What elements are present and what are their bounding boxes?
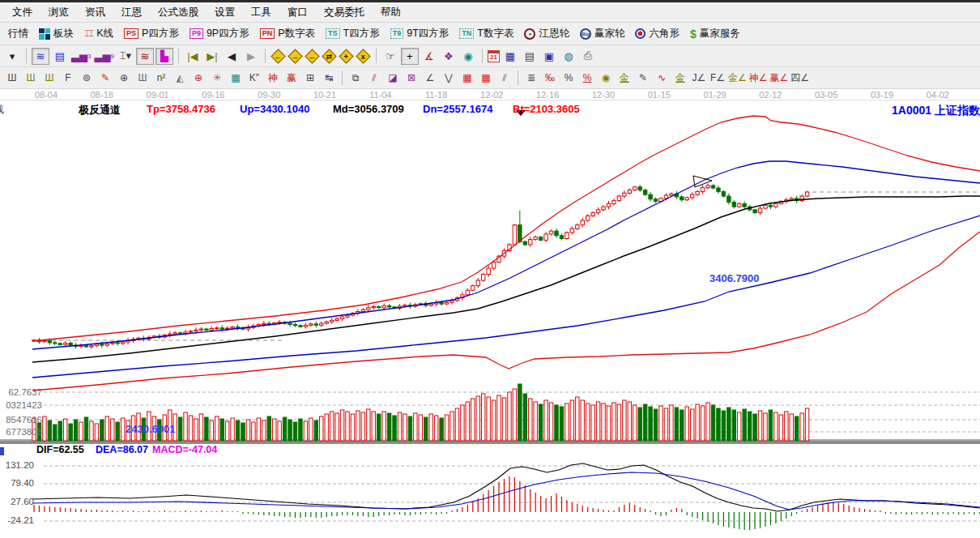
- pencil-icon[interactable]: ✎: [634, 70, 652, 87]
- permille-icon[interactable]: ‰: [541, 70, 559, 87]
- diamond-expand-icon[interactable]: +: [339, 49, 353, 63]
- feature-gann-wheel[interactable]: ●江恩轮: [519, 25, 574, 42]
- toolbar-separator: [178, 49, 179, 63]
- candle-body: [602, 207, 605, 210]
- calculator-icon[interactable]: ▦: [501, 48, 519, 65]
- blue-wave-tool-icon[interactable]: ≋: [32, 48, 49, 65]
- feature-kline[interactable]: ⌶⌶K线: [79, 25, 118, 42]
- percent-line-icon[interactable]: %: [578, 70, 596, 87]
- diamond-swap-icon[interactable]: ⇄: [322, 49, 336, 63]
- volume-profile-icon[interactable]: ▙: [156, 48, 173, 65]
- v-lines-icon[interactable]: ⋁: [440, 70, 458, 87]
- feature-hexagon[interactable]: 六角形: [630, 25, 684, 42]
- time-ruler-icon[interactable]: Ш: [3, 70, 21, 87]
- menu-item-0[interactable]: 文件: [5, 3, 40, 22]
- teal-grid-icon[interactable]: ▦: [227, 70, 245, 87]
- span-arrows-icon[interactable]: ↹: [320, 70, 338, 87]
- first-page-icon[interactable]: |◀: [184, 48, 202, 65]
- chart-3-icon[interactable]: ▃▅3: [70, 48, 92, 65]
- calendar-icon[interactable]: 21: [488, 50, 500, 62]
- grid-123-icon[interactable]: ⊞: [301, 70, 319, 87]
- f-angle-icon[interactable]: F∠: [709, 70, 726, 87]
- circle-cycle-icon[interactable]: ⊕: [115, 70, 133, 87]
- last-page-icon[interactable]: ▶|: [203, 48, 221, 65]
- gann-box-tool-icon[interactable]: ❖: [440, 48, 458, 65]
- feature-sectors[interactable]: 板块: [34, 25, 79, 42]
- menu-item-2[interactable]: 资讯: [78, 3, 113, 22]
- cycle-comb-icon[interactable]: Ш: [134, 70, 151, 87]
- crosshair-tool-icon[interactable]: +: [401, 48, 419, 65]
- shen-angle-icon[interactable]: 神∠: [748, 70, 769, 87]
- feature-p-square[interactable]: PSP四方形: [119, 25, 184, 42]
- purple-fan-box-icon[interactable]: ◪: [384, 70, 402, 87]
- k-mark-icon[interactable]: K″: [245, 70, 263, 87]
- prev-page-icon[interactable]: ◀: [223, 48, 241, 65]
- red-grid-icon[interactable]: ▦: [458, 70, 476, 87]
- date-tick-0: 08-04: [35, 90, 58, 100]
- menu-item-4[interactable]: 公式选股: [151, 3, 206, 22]
- wave-icon[interactable]: ∿: [653, 70, 671, 87]
- chart-9-icon[interactable]: ▃▅9: [93, 48, 114, 65]
- feature-p-table[interactable]: PNP数字表: [255, 25, 320, 42]
- star-burst-icon[interactable]: ✳: [208, 70, 226, 87]
- save-icon[interactable]: ▣: [540, 48, 558, 65]
- fan-box-2-icon[interactable]: ⊠: [403, 70, 420, 87]
- red-grid-arrow-icon[interactable]: ▦: [477, 70, 495, 87]
- ying-angle-icon[interactable]: 赢∠: [769, 70, 790, 87]
- info-list-icon[interactable]: ▤: [51, 48, 69, 65]
- feature-t-table[interactable]: TNT数字表: [454, 25, 518, 42]
- print-icon[interactable]: ⎙: [579, 48, 597, 65]
- menu-item-5[interactable]: 设置: [207, 3, 242, 22]
- j-angle-icon[interactable]: J∠: [690, 70, 708, 87]
- gold-angle-icon[interactable]: 金∠: [727, 70, 748, 87]
- network-icon[interactable]: ◍: [560, 48, 577, 65]
- box-tool-icon[interactable]: ⧉: [347, 70, 364, 87]
- candle-style-icon[interactable]: ⌶▾: [117, 48, 134, 65]
- red-fan-icon[interactable]: ⫽: [365, 70, 383, 87]
- parallel-lines-icon[interactable]: ⫽: [496, 70, 513, 87]
- gold-red-line-icon[interactable]: 金: [671, 70, 689, 87]
- hand-tool-icon[interactable]: ☞: [381, 48, 399, 65]
- main-chart-canvas[interactable]: [0, 89, 980, 538]
- gold-circle-icon[interactable]: ◉: [597, 70, 615, 87]
- red-target-icon[interactable]: ⊕: [190, 70, 207, 87]
- diamond-cross-icon[interactable]: x: [356, 49, 370, 63]
- gold-ruler-icon[interactable]: Ш: [22, 70, 40, 87]
- feature-winner-service[interactable]: $赢家服务: [685, 25, 745, 42]
- menu-item-9[interactable]: 帮助: [373, 3, 408, 22]
- gold-ruler-2-icon[interactable]: Ш: [40, 70, 58, 87]
- diamond-right-icon[interactable]: →: [288, 49, 302, 63]
- feature-t-square[interactable]: TST四方形: [321, 25, 385, 42]
- n-squared-icon[interactable]: n²: [152, 70, 170, 87]
- feature-9t-square[interactable]: T99T四方形: [386, 25, 454, 42]
- shen-ruler-icon[interactable]: 神: [264, 70, 282, 87]
- diamond-left-icon[interactable]: ←: [271, 49, 285, 63]
- menu-item-6[interactable]: 工具: [244, 3, 279, 22]
- candle-body: [623, 193, 626, 196]
- feature-quotes[interactable]: 行情: [3, 25, 33, 42]
- percent-icon[interactable]: %: [560, 70, 577, 87]
- indicator-dropdown-caret[interactable]: ▾: [3, 48, 21, 65]
- spiral-icon[interactable]: ⊚: [78, 70, 96, 87]
- gold-line-icon[interactable]: 金: [616, 70, 633, 87]
- ying-ruler-icon[interactable]: 赢: [283, 70, 300, 87]
- notes-icon[interactable]: ▤: [521, 48, 539, 65]
- angle-lines-icon[interactable]: ∠: [421, 70, 439, 87]
- diamond-hspan-icon[interactable]: ↔: [305, 49, 319, 63]
- volume-bar: [246, 420, 249, 441]
- menu-item-7[interactable]: 窗口: [280, 3, 315, 22]
- angle-measure-icon[interactable]: ∡: [420, 48, 438, 65]
- feature-9p-square[interactable]: P99P四方形: [185, 25, 254, 42]
- menu-item-3[interactable]: 江恩: [114, 3, 149, 22]
- fib-ruler-icon[interactable]: F: [59, 70, 77, 87]
- red-pencil-icon[interactable]: ✎: [96, 70, 114, 87]
- menu-item-1[interactable]: 浏览: [41, 3, 76, 22]
- next-page-icon[interactable]: ▶: [242, 48, 260, 65]
- gann-grid-tool-icon[interactable]: ◉: [459, 48, 477, 65]
- ladder-percent-icon[interactable]: ≣: [522, 70, 540, 87]
- feature-winner-wheel[interactable]: Big赢家轮: [575, 25, 630, 42]
- menu-item-8[interactable]: 交易委托: [317, 3, 372, 22]
- si-angle-icon[interactable]: 四∠: [790, 70, 810, 87]
- mirror-angle-icon[interactable]: ◭: [171, 70, 189, 87]
- red-wave-tool-icon[interactable]: ≋: [136, 48, 154, 65]
